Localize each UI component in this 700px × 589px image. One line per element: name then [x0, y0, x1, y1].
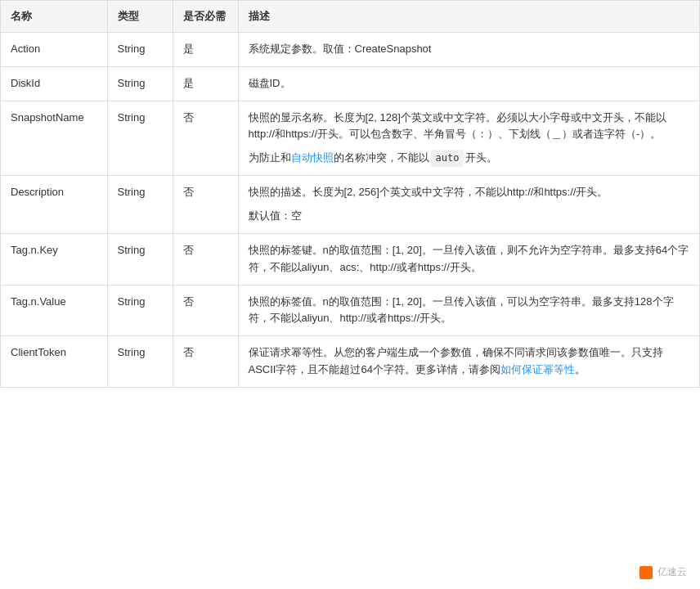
- param-name: ClientToken: [1, 336, 107, 387]
- desc-text: 快照的显示名称。长度为[2, 128]个英文或中文字符。必须以大小字母或中文开头…: [249, 111, 666, 141]
- table-row: ClientToken String 否 保证请求幂等性。从您的客户端生成一个参…: [1, 336, 699, 387]
- param-type: String: [107, 33, 173, 67]
- desc-text: 开头。: [465, 151, 497, 164]
- param-type: String: [107, 101, 173, 176]
- desc-text: 快照的描述。长度为[2, 256]个英文或中文字符，不能以http://和htt…: [249, 186, 608, 198]
- param-required: 否: [173, 233, 238, 285]
- header-name: 名称: [1, 1, 107, 33]
- header-description: 描述: [238, 1, 699, 33]
- param-required: 是: [173, 33, 238, 67]
- table-row: DiskId String 是 磁盘ID。: [1, 66, 699, 101]
- auto-snapshot-link[interactable]: 自动快照: [291, 151, 334, 164]
- param-description: 快照的描述。长度为[2, 256]个英文或中文字符，不能以http://和htt…: [238, 176, 699, 234]
- desc-text: 保证请求幂等性。从您的客户端生成一个参数值，确保不同请求间该参数值唯一。只支持A…: [249, 346, 663, 375]
- param-description: 快照的显示名称。长度为[2, 128]个英文或中文字符。必须以大小字母或中文开头…: [238, 101, 699, 176]
- idempotent-link[interactable]: 如何保证幂等性: [500, 363, 575, 375]
- desc-text: 的名称冲突，不能以: [334, 151, 429, 164]
- desc-text: 。: [575, 363, 586, 375]
- param-type: String: [107, 66, 173, 101]
- header-type: 类型: [107, 1, 173, 33]
- param-name: SnapshotName: [1, 101, 107, 176]
- code-text: auto: [431, 150, 464, 167]
- desc-text: 默认值：空: [249, 209, 302, 222]
- param-required: 否: [173, 285, 238, 336]
- param-name: Tag.n.Value: [1, 285, 107, 336]
- param-type: String: [107, 336, 173, 387]
- table-row: Tag.n.Value String 否 快照的标签值。n的取值范围：[1, 2…: [1, 285, 699, 336]
- table-row: Action String 是 系统规定参数。取值：CreateSnapshot: [1, 33, 699, 67]
- param-type: String: [107, 176, 173, 234]
- param-name: Description: [1, 176, 107, 234]
- param-description: 快照的标签值。n的取值范围：[1, 20]。一旦传入该值，可以为空字符串。最多支…: [238, 285, 699, 336]
- param-description: 系统规定参数。取值：CreateSnapshot: [238, 33, 699, 67]
- param-required: 是: [173, 66, 238, 101]
- param-name: Tag.n.Key: [1, 233, 107, 285]
- param-description: 快照的标签键。n的取值范围：[1, 20]。一旦传入该值，则不允许为空字符串。最…: [238, 233, 699, 285]
- param-description: 磁盘ID。: [238, 66, 699, 101]
- header-required: 是否必需: [173, 1, 238, 33]
- param-name: Action: [1, 33, 107, 67]
- param-name: DiskId: [1, 66, 107, 101]
- param-required: 否: [173, 336, 238, 387]
- api-params-table: 名称 类型 是否必需 描述 Action String 是 系统规定参数。取值：…: [0, 0, 700, 388]
- param-required: 否: [173, 176, 238, 234]
- desc-text: 为防止和: [249, 151, 291, 164]
- param-description: 保证请求幂等性。从您的客户端生成一个参数值，确保不同请求间该参数值唯一。只支持A…: [238, 336, 699, 387]
- table-row: SnapshotName String 否 快照的显示名称。长度为[2, 128…: [1, 101, 699, 176]
- table-row: Tag.n.Key String 否 快照的标签键。n的取值范围：[1, 20]…: [1, 233, 699, 285]
- param-type: String: [107, 285, 173, 336]
- param-required: 否: [173, 101, 238, 176]
- param-type: String: [107, 233, 173, 285]
- table-row: Description String 否 快照的描述。长度为[2, 256]个英…: [1, 176, 699, 234]
